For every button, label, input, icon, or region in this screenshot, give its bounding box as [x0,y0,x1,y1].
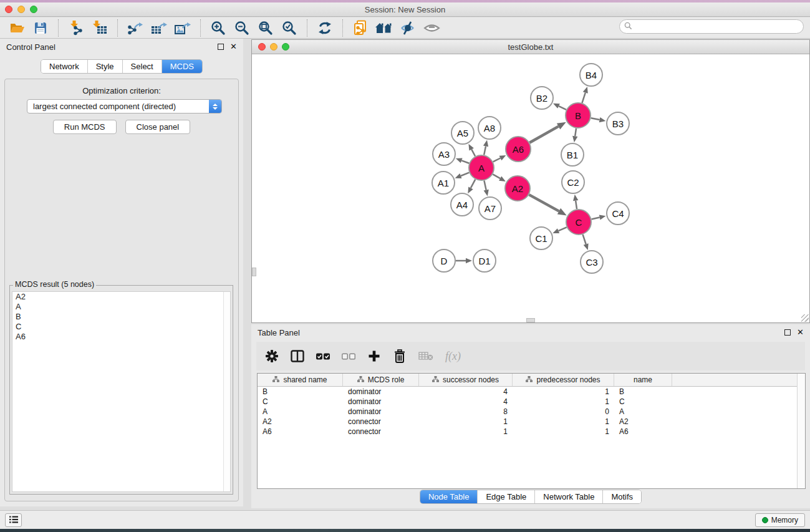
toolbar-separator [117,19,118,37]
graph-edge-A-A3[interactable] [461,160,469,163]
graph-edge-A-A1[interactable] [461,173,470,176]
table-row[interactable]: Adominator80A [258,407,797,417]
table-header-row: shared nameMCDS rolesuccessor nodesprede… [258,374,805,387]
float-panel-icon[interactable] [784,329,791,336]
graph-edge-B-B1[interactable] [575,128,576,137]
window-resize-grip[interactable] [801,314,809,322]
column-header-MCDS-role[interactable]: MCDS role [343,374,419,386]
cell-name: A [614,407,672,416]
table-row[interactable]: A2connector11A2 [258,417,797,427]
column-header-predecessor-nodes[interactable]: predecessor nodes [513,374,614,386]
table-row[interactable]: A6connector11A6 [258,427,797,437]
tab-node-table[interactable]: Node Table [420,490,478,503]
graph-edge-C-C1[interactable] [559,227,567,231]
export-network-icon[interactable] [126,19,145,37]
show-graphics-details-icon[interactable] [422,19,441,37]
import-table-icon[interactable] [90,19,109,37]
task-history-button[interactable] [5,513,22,527]
cell-successor-nodes: 1 [419,417,513,426]
cell-shared-name: A6 [258,427,343,436]
graph-node-label-B2: B2 [536,93,547,104]
graph-edge-B-B4[interactable] [582,93,585,103]
memory-status-icon [762,517,768,523]
tab-network-table[interactable]: Network Table [535,490,603,503]
mcds-result-box: MCDS result (5 nodes) A2ABCA6 [9,285,233,495]
network-window-titlebar[interactable]: testGlobe.txt [252,40,809,54]
table-body: Bdominator41BCdominator41CAdominator80AA… [258,387,797,488]
tab-select[interactable]: Select [123,60,162,73]
network-canvas[interactable]: B4B2BB3A5A8A6A3B1AA1C2A2A4A7CC4C1C3DD1 [252,55,809,322]
graph-node-label-A7: A7 [485,203,496,214]
close-panel-icon[interactable]: ✕ [230,44,237,50]
graph-edge-A-A8[interactable] [484,146,486,155]
hide-graphics-details-icon[interactable] [398,19,417,37]
network-view-window: testGlobe.txt B4B2BB3A5A8A6A3B1AA1C2A2A4… [251,39,810,323]
search-field[interactable] [619,19,804,34]
close-panel-icon[interactable]: ✕ [797,329,804,336]
mcds-result-item[interactable]: A [12,302,230,312]
optimization-criterion-select[interactable]: largest connected component (directed) [27,99,222,114]
table-row[interactable]: Cdominator41C [258,397,797,407]
tab-network[interactable]: Network [41,60,88,73]
result-list-scrollbar[interactable] [223,292,230,491]
mcds-result-item[interactable]: B [12,312,230,322]
graph-edge-A-A7[interactable] [484,181,486,190]
refresh-view-icon[interactable] [316,19,334,37]
tab-style[interactable]: Style [88,60,123,73]
mcds-result-item[interactable]: A6 [12,332,230,342]
memory-button[interactable]: Memory [755,513,805,527]
session-title: Session: New Session [0,5,810,14]
tab-edge-table[interactable]: Edge Table [478,490,535,503]
deselect-all-columns-icon[interactable] [342,348,355,364]
mcds-result-list[interactable]: A2ABCA6 [12,291,231,492]
column-header-name[interactable]: name [614,374,672,386]
memory-label: Memory [771,516,798,525]
mcds-result-item[interactable]: C [12,322,230,332]
tab-mcds[interactable]: MCDS [162,60,202,73]
cell-name: B [614,387,672,396]
open-file-icon[interactable] [7,19,26,37]
close-panel-button[interactable]: Close panel [125,120,191,134]
graph-edge-C-C3[interactable] [583,235,586,244]
new-network-from-selection-icon[interactable] [351,19,370,37]
graph-edge-B-B2[interactable] [559,106,566,110]
save-session-icon[interactable] [31,19,50,37]
zoom-selected-region-icon[interactable] [280,19,299,37]
horizontal-scroll-hint[interactable] [526,318,535,322]
graph-edge-C-C4[interactable] [591,218,599,220]
graph-edge-A-A2[interactable] [493,174,500,178]
mcds-result-item[interactable]: A2 [12,292,230,302]
graph-node-label-C4: C4 [612,208,624,219]
float-panel-icon[interactable] [218,44,224,50]
graph-edge-A2-C[interactable] [529,195,559,211]
graph-edge-C-C2[interactable] [576,201,577,209]
import-network-icon[interactable] [67,19,85,37]
home-view-icon[interactable] [375,19,393,37]
zoom-fit-content-icon[interactable] [256,19,275,37]
settings-gear-icon[interactable] [265,348,279,364]
hierarchy-icon [432,375,439,384]
search-input[interactable] [635,22,803,31]
graph-edge-A-A6[interactable] [493,158,501,162]
export-table-icon[interactable] [150,19,168,37]
select-all-columns-icon[interactable] [316,348,330,364]
graph-edge-B-B3[interactable] [591,118,600,120]
graph-edge-arrowhead [455,173,462,178]
zoom-in-icon[interactable] [209,19,228,37]
add-column-icon[interactable] [367,348,381,364]
delete-column-icon[interactable] [393,348,407,364]
graph-edge-A-A4[interactable] [471,180,475,188]
graph-edge-A-A5[interactable] [471,149,475,156]
vertical-scroll-hint[interactable] [252,268,256,276]
run-mcds-button[interactable]: Run MCDS [53,120,117,134]
task-list-icon [9,516,18,525]
export-image-icon[interactable] [173,19,192,37]
column-header-successor-nodes[interactable]: successor nodes [419,374,513,386]
column-header-shared-name[interactable]: shared name [258,374,343,386]
zoom-out-icon[interactable] [233,19,251,37]
graph-edge-A6-B[interactable] [529,127,558,143]
tab-motifs[interactable]: Motifs [603,490,641,503]
table-scrollbar[interactable] [797,374,805,488]
table-row[interactable]: Bdominator41B [258,387,797,397]
column-layout-icon[interactable] [291,348,304,364]
